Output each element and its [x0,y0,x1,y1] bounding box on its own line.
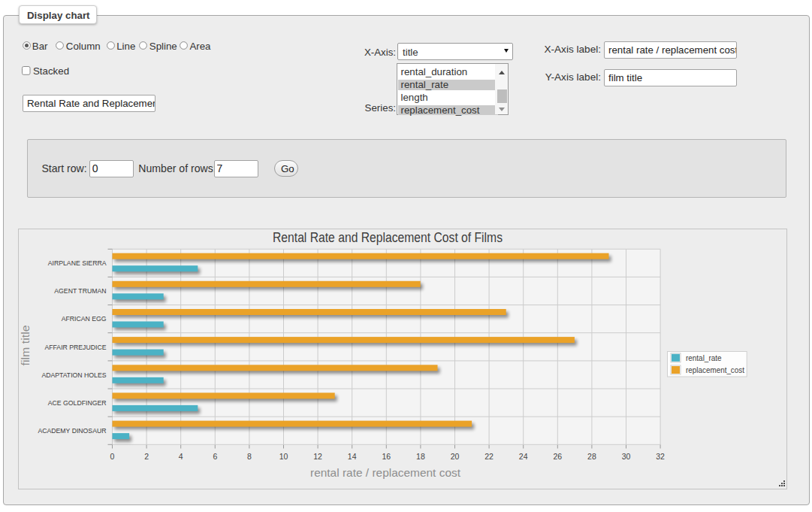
svg-text:22: 22 [484,452,494,461]
svg-text:26: 26 [553,452,562,461]
svg-text:ACE GOLDFINGER: ACE GOLDFINGER [48,399,107,407]
svg-text:film title: film title [19,325,32,365]
svg-text:12: 12 [313,452,322,461]
svg-text:6: 6 [213,452,217,461]
svg-text:2: 2 [144,452,149,461]
svg-text:ACADEMY DINOSAUR: ACADEMY DINOSAUR [38,427,106,435]
svg-text:ADAPTATION HOLES: ADAPTATION HOLES [41,371,106,379]
svg-text:14: 14 [348,452,357,461]
svg-text:16: 16 [382,452,391,461]
svg-text:Rental Rate and Replacement Co: Rental Rate and Replacement Cost of Film… [273,230,503,245]
svg-text:10: 10 [279,452,288,461]
svg-text:20: 20 [451,452,460,461]
svg-text:AFFAIR PREJUDICE: AFFAIR PREJUDICE [44,344,106,351]
svg-text:32: 32 [656,452,665,461]
svg-text:AFRICAN EGG: AFRICAN EGG [62,315,107,323]
svg-text:0: 0 [110,452,115,461]
svg-text:AGENT TRUMAN: AGENT TRUMAN [54,287,106,295]
svg-text:8: 8 [247,452,252,461]
svg-text:rental rate / replacement cost: rental rate / replacement cost [310,466,461,479]
svg-text:18: 18 [416,452,425,461]
svg-text:replacement_cost: replacement_cost [686,365,744,374]
svg-text:rental_rate: rental_rate [686,353,722,362]
svg-text:AIRPLANE SIERRA: AIRPLANE SIERRA [48,259,107,267]
svg-text:24: 24 [519,452,528,461]
svg-text:28: 28 [587,452,596,461]
svg-text:4: 4 [179,452,183,461]
svg-text:30: 30 [622,452,631,461]
